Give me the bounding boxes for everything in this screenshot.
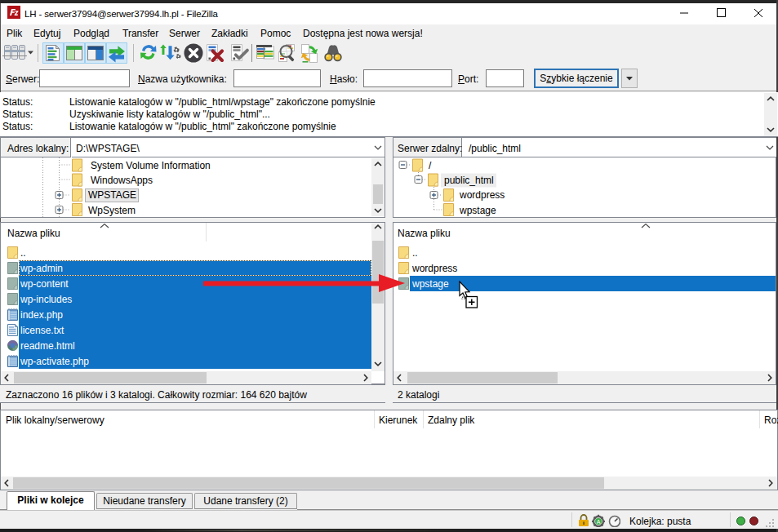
svg-text:A: A	[597, 519, 601, 525]
